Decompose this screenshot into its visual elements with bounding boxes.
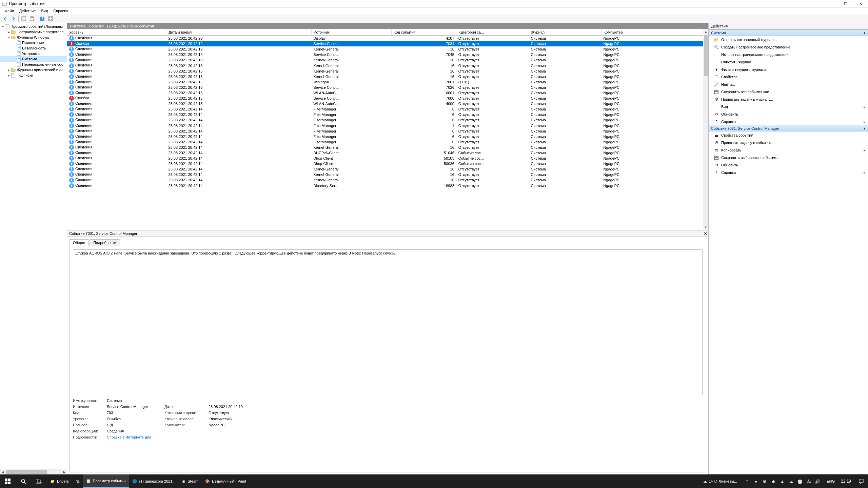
action-item[interactable]: 🔍Создать настраиваемое представление... <box>709 43 868 51</box>
table-row[interactable]: iСведения25.08.2021 20:42:14FilterManage… <box>67 128 708 134</box>
help-button[interactable]: ? <box>39 15 46 22</box>
column-header[interactable]: Дата и время <box>166 29 312 36</box>
search-button[interactable] <box>16 474 31 488</box>
menu-Действие[interactable]: Действие <box>17 8 38 14</box>
table-row[interactable]: iСведения25.08.2021 20:42:16Service Cont… <box>67 85 708 90</box>
table-row[interactable]: iСведения25.08.2021 20:42:18Kernel-Gener… <box>67 57 708 63</box>
table-row[interactable]: iСведения25.08.2021 20:42:14Kernel-Gener… <box>67 145 708 150</box>
tree-item[interactable]: Система <box>0 56 67 62</box>
tray-language[interactable]: ENG <box>824 479 837 483</box>
action-item[interactable]: Импорт настраиваемого представления <box>709 51 868 58</box>
tray-chevron-icon[interactable]: ˄ <box>744 478 750 484</box>
action-item[interactable]: ?Справка▸ <box>709 118 868 125</box>
tree-hscrollbar[interactable]: ◀▶ <box>0 469 67 474</box>
help-online-link[interactable]: Справка в Интернете для <box>107 435 151 439</box>
tray-icon[interactable]: ☁ <box>788 478 794 484</box>
table-row[interactable]: iСведения25.08.2021 20:42:15WLAN-AutoC..… <box>67 101 708 106</box>
notifications-button[interactable] <box>854 474 868 488</box>
grid-vscrollbar[interactable]: ▲▼ <box>703 29 708 230</box>
column-header[interactable]: Уровень <box>67 29 166 36</box>
table-row[interactable]: iСведения25.08.2021 20:42:14Directory-Se… <box>67 183 708 188</box>
action-item[interactable]: 💾Сохранить выбранные события... <box>709 154 868 161</box>
action-item[interactable]: ↻Обновить <box>709 110 868 118</box>
menu-Вид[interactable]: Вид <box>38 8 51 14</box>
table-row[interactable]: !Ошибка25.08.2021 20:42:19Service Contr.… <box>67 41 708 46</box>
back-button[interactable] <box>1 15 9 22</box>
tree-item[interactable]: ▸Настраиваемые представл <box>0 29 67 35</box>
tray-icon[interactable]: ▲ <box>779 478 785 484</box>
action-item[interactable]: ↻Обновить <box>709 161 868 169</box>
action-item[interactable]: ☰Свойства событий <box>709 131 868 139</box>
table-row[interactable]: iСведения25.08.2021 20:42:16Kernel-Gener… <box>67 68 708 74</box>
taskbar-item[interactable]: 📁Drivers <box>47 474 72 488</box>
tree-item[interactable]: Приложение <box>0 40 67 45</box>
table-row[interactable]: iСведения25.08.2021 20:42:19Kernel-Gener… <box>67 46 708 52</box>
table-row[interactable]: !Ошибка25.08.2021 20:42:15Service Contr.… <box>67 96 708 101</box>
table-row[interactable]: iСведения25.08.2021 20:42:14Kernel-Gener… <box>67 166 708 172</box>
table-row[interactable]: iСведения25.08.2021 20:42:19Service Cont… <box>67 52 708 57</box>
tray-volume-icon[interactable]: 🔊 <box>814 478 821 484</box>
close-button[interactable]: ✕ <box>853 0 868 7</box>
column-header[interactable]: Категория за... <box>456 29 529 36</box>
show-tree-button[interactable] <box>20 15 27 22</box>
action-item[interactable]: 🔎Найти... <box>709 81 868 88</box>
tray-network-icon[interactable]: 🖧 <box>806 478 812 484</box>
taskbar-item[interactable]: 📋Просмотр событий <box>83 474 129 488</box>
tray-icon[interactable]: ◆ <box>770 478 776 484</box>
forward-button[interactable] <box>9 15 17 22</box>
tree-item[interactable]: Установка <box>0 51 67 56</box>
tree-item[interactable]: Перенаправленные соб <box>0 62 67 67</box>
events-grid[interactable]: УровеньДата и времяИсточникКод событияКа… <box>67 29 708 230</box>
system-tray[interactable]: ˄ ● ⚙ ◆ ▲ ☁ ⬤ 🖧 🔊 <box>741 478 824 484</box>
tree-item[interactable]: ▸Журналы приложений и сл <box>0 67 67 73</box>
table-row[interactable]: iСведения25.08.2021 20:42:14FilterManage… <box>67 106 708 112</box>
start-button[interactable] <box>0 474 16 488</box>
tree-root[interactable]: ▾ Просмотр событий (Локальны <box>0 24 67 29</box>
tree-item[interactable]: ▸Подписки <box>0 73 67 78</box>
table-row[interactable]: iСведения25.08.2021 20:42:16Winlogon7001… <box>67 79 708 85</box>
actions-section-header[interactable]: Система▴ <box>709 30 868 36</box>
refresh-button[interactable] <box>47 15 54 22</box>
weather-widget[interactable]: ☁ 14°C Ливневы... <box>700 479 741 484</box>
tray-icon[interactable]: ● <box>753 478 759 484</box>
table-row[interactable]: iСведения25.08.2021 20:42:20Display4107О… <box>67 36 708 41</box>
table-row[interactable]: iСведения25.08.2021 20:42:14Dhcp-Client5… <box>67 156 708 161</box>
tree-item[interactable]: ▾Журналы Windows <box>0 35 67 40</box>
table-row[interactable]: iСведения25.08.2021 20:42:14Kernel-Gener… <box>67 172 708 177</box>
action-item[interactable]: ▼Фильтр текущего журнала... <box>709 66 868 73</box>
minimize-button[interactable]: ─ <box>823 0 838 7</box>
column-header[interactable]: Код события <box>391 29 456 36</box>
table-row[interactable]: iСведения25.08.2021 20:42:14Dhcp-Client5… <box>67 161 708 166</box>
column-header[interactable]: Журнал <box>529 29 601 36</box>
action-item[interactable]: 📂Открыть сохраненный журнал... <box>709 36 868 43</box>
tab-1[interactable]: Подробности <box>90 239 120 246</box>
table-row[interactable]: iСведения25.08.2021 20:42:16Kernel-Gener… <box>67 74 708 79</box>
action-item[interactable]: ?Справка▸ <box>709 169 868 176</box>
table-row[interactable]: iСведения25.08.2021 20:42:14FilterManage… <box>67 117 708 123</box>
column-header[interactable]: Источник <box>311 29 391 36</box>
column-header[interactable]: Компьютер <box>601 29 708 36</box>
taskbar-item[interactable]: 🛍 <box>72 474 83 488</box>
properties-button[interactable] <box>28 15 36 22</box>
actions-section-header[interactable]: Событие 7031, Service Control Manager▴ <box>709 125 868 131</box>
table-row[interactable]: iСведения25.08.2021 20:42:14FilterManage… <box>67 123 708 128</box>
taskview-button[interactable] <box>31 474 47 488</box>
action-item[interactable]: Вид▸ <box>709 103 868 110</box>
table-row[interactable]: iСведения25.08.2021 20:42:14FilterManage… <box>67 134 708 139</box>
table-row[interactable]: iСведения25.08.2021 20:42:15WLAN-AutoC..… <box>67 90 708 96</box>
action-item[interactable]: ⧉Копировать▸ <box>709 146 868 154</box>
table-row[interactable]: iСведения25.08.2021 20:42:18Kernel-Gener… <box>67 63 708 68</box>
menu-Справка[interactable]: Справка <box>51 8 71 14</box>
action-item[interactable]: ⏱Привязать задачу к событию... <box>709 139 868 146</box>
tab-0[interactable]: Общие <box>69 239 89 246</box>
taskbar-item[interactable]: 🌐(1) gamescom 2021... <box>129 474 179 488</box>
taskbar-item[interactable]: 🎨Безымянный - Paint <box>202 474 250 488</box>
preview-close-button[interactable]: ✕ <box>704 231 707 236</box>
action-item[interactable]: ⏱Привязать задачу к журналу... <box>709 96 868 103</box>
action-item[interactable]: ☰Свойства <box>709 73 868 81</box>
action-item[interactable]: 💾Сохранить все события как... <box>709 88 868 96</box>
tray-icon[interactable]: ⬤ <box>797 478 803 484</box>
action-item[interactable]: Очистить журнал... <box>709 58 868 66</box>
taskbar-clock[interactable]: 22:19 <box>837 479 854 483</box>
table-row[interactable]: iСведения25.08.2021 20:42:14FilterManage… <box>67 139 708 145</box>
